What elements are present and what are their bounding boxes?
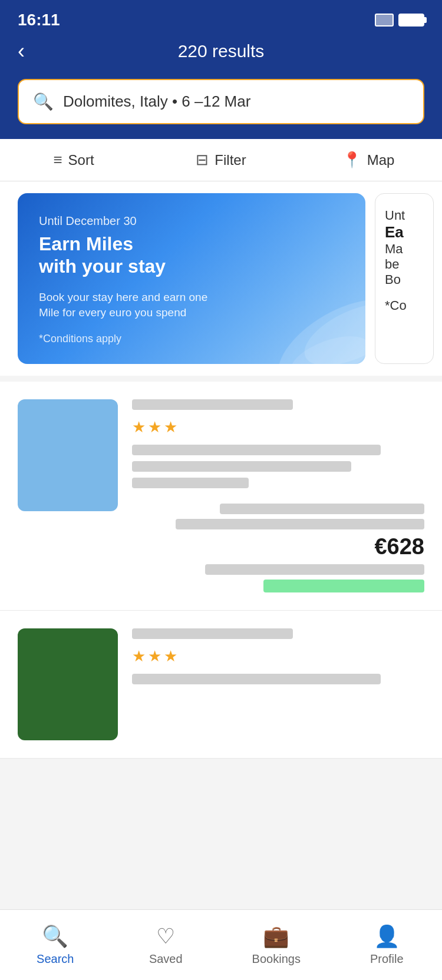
- battery-icon: [398, 14, 424, 27]
- plane-wing-decoration: [224, 258, 365, 364]
- search-container: 🔍 Dolomites, Italy • 6 –12 Mar: [0, 79, 442, 139]
- hotel-price: €628: [132, 534, 424, 559]
- partial-conditions: *Co: [385, 298, 424, 313]
- results-count: 220 results: [178, 41, 265, 61]
- hotel-card[interactable]: ★ ★ ★ €628: [0, 382, 442, 611]
- star-3: ★: [164, 647, 177, 666]
- hotel-detail-2-1: [132, 674, 381, 684]
- bookings-nav-icon: 💼: [263, 924, 289, 949]
- map-label: Map: [367, 152, 395, 168]
- search-bar[interactable]: 🔍 Dolomites, Italy • 6 –12 Mar: [18, 79, 424, 124]
- nav-saved[interactable]: ♡ Saved: [111, 924, 222, 966]
- hotel-name-skeleton: [132, 399, 293, 410]
- partial-title: Ea: [385, 223, 424, 241]
- header: ‹ 220 results: [0, 35, 442, 79]
- price-sub-skeleton: [205, 564, 424, 575]
- status-icons: [375, 14, 424, 27]
- partial-line3: Bo: [385, 272, 424, 287]
- hotel-detail-3: [132, 478, 249, 488]
- partial-line2: be: [385, 257, 424, 272]
- hotel-detail-2: [132, 461, 351, 472]
- banner-carousel: Until December 30 Earn Mileswith your st…: [0, 181, 442, 376]
- star-1: ★: [132, 418, 146, 436]
- back-button[interactable]: ‹: [18, 39, 25, 64]
- search-nav-icon: 🔍: [42, 924, 68, 949]
- map-button[interactable]: 📍 Map: [295, 151, 442, 169]
- hotel-info: ★ ★ ★ €628: [132, 399, 424, 592]
- banner-card-partial: Unt Ea Ma be Bo *Co: [375, 193, 434, 364]
- star-2: ★: [148, 647, 161, 666]
- nav-search[interactable]: 🔍 Search: [0, 924, 111, 966]
- filter-icon: ⊟: [196, 151, 209, 169]
- hotel-card-2[interactable]: ★ ★ ★: [0, 611, 442, 759]
- sort-button[interactable]: ≡ Sort: [0, 151, 147, 169]
- nav-profile[interactable]: 👤 Profile: [332, 924, 443, 966]
- filter-label: Filter: [215, 152, 246, 168]
- banner-subtitle: Until December 30: [39, 214, 344, 228]
- map-icon: 📍: [342, 151, 361, 169]
- bookings-nav-label: Bookings: [252, 952, 301, 966]
- search-nav-label: Search: [37, 952, 74, 966]
- hotel-name-skeleton-2: [132, 628, 293, 639]
- bottom-navigation: 🔍 Search ♡ Saved 💼 Bookings 👤 Profile: [0, 909, 442, 980]
- hotel-image-2: [18, 628, 118, 740]
- signal-icon: [375, 14, 394, 27]
- status-bar: 16:11: [0, 0, 442, 35]
- filter-button[interactable]: ⊟ Filter: [147, 151, 295, 169]
- miles-banner[interactable]: Until December 30 Earn Mileswith your st…: [18, 193, 365, 364]
- hotel-stars-2: ★ ★ ★: [132, 647, 424, 666]
- hotel-info-2: ★ ★ ★: [132, 628, 424, 740]
- price-skeleton-2: [176, 519, 424, 529]
- nav-bookings[interactable]: 💼 Bookings: [221, 924, 332, 966]
- saved-nav-icon: ♡: [156, 924, 175, 949]
- profile-nav-icon: 👤: [374, 924, 400, 949]
- star-3: ★: [164, 418, 177, 436]
- sort-icon: ≡: [53, 151, 62, 169]
- hotel-image: [18, 399, 118, 511]
- hotel-detail-1: [132, 445, 381, 455]
- hotel-listings: ★ ★ ★ €628 ★ ★ ★: [0, 382, 442, 759]
- status-time: 16:11: [18, 11, 60, 29]
- filter-bar: ≡ Sort ⊟ Filter 📍 Map: [0, 139, 442, 181]
- star-2: ★: [148, 418, 161, 436]
- search-query: Dolomites, Italy • 6 –12 Mar: [63, 92, 250, 111]
- partial-subtitle: Unt: [385, 208, 424, 223]
- price-skeleton-1: [220, 504, 424, 514]
- search-icon: 🔍: [33, 92, 54, 111]
- profile-nav-label: Profile: [370, 952, 404, 966]
- hotel-stars: ★ ★ ★: [132, 418, 424, 436]
- partial-line1: Ma: [385, 241, 424, 257]
- saved-nav-label: Saved: [149, 952, 183, 966]
- green-badge: [263, 580, 424, 592]
- star-1: ★: [132, 647, 146, 666]
- sort-label: Sort: [68, 152, 94, 168]
